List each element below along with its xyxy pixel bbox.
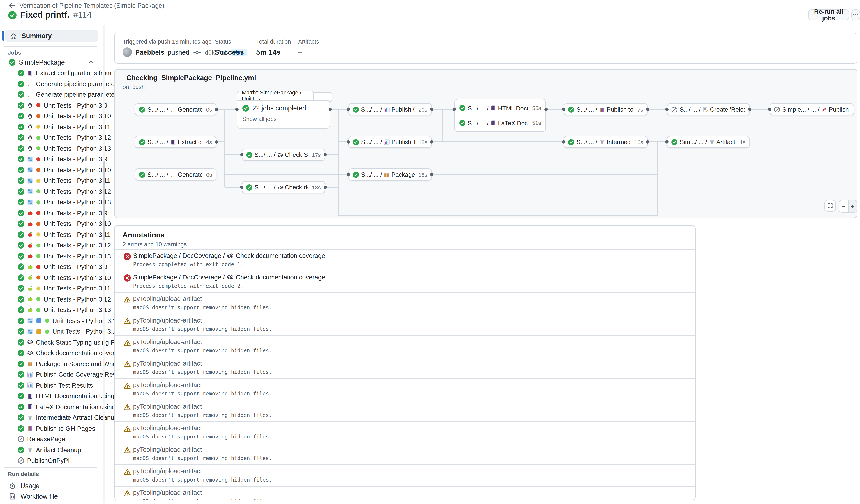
graph-node[interactable]: S.../ ... / Check docume...18s <box>242 181 325 193</box>
graph-node[interactable]: S.../ ... / Generate pipelin...0s <box>135 103 216 115</box>
graph-node[interactable]: S.../ ... / Generate pipelin...0s <box>135 169 216 181</box>
annotation-title[interactable]: pyTooling/upload-artifact <box>133 468 202 474</box>
matrix-group-header[interactable]: Matrix: SimplePackage / UnitTest... <box>237 90 314 100</box>
graph-fullscreen-button[interactable] <box>824 200 836 212</box>
actor-name[interactable]: Paebbels <box>135 48 164 56</box>
sidebar-job-item[interactable]: Check Static Typing using Pyt... <box>0 337 103 348</box>
sidebar-scrollbar[interactable] <box>103 25 105 503</box>
graph-node[interactable]: Simple... / ... / Publish to PyPI <box>770 103 854 115</box>
kebab-menu-button[interactable] <box>851 10 860 20</box>
check-success-icon <box>18 177 24 184</box>
annotation-title[interactable]: pyTooling/upload-artifact <box>133 339 202 345</box>
back-arrow-icon[interactable] <box>9 2 15 9</box>
sidebar-job-item[interactable]: Intermediate Artifact Cleanup <box>0 412 103 423</box>
sidebar-job-item[interactable]: Unit Tests - Python 3.12 <box>0 240 103 251</box>
check-success-icon <box>139 139 145 145</box>
sidebar-job-item[interactable]: HTML Documentation using ... <box>0 391 103 402</box>
sidebar-job-item[interactable]: Unit Tests - Python 3.10 <box>0 272 103 283</box>
scrollbar-thumb[interactable] <box>103 161 105 240</box>
check-success-icon <box>18 231 24 238</box>
sidebar-job-item[interactable]: LaTeX Documentation using ... <box>0 402 103 412</box>
graph-node[interactable]: S.../ ... / HTML Docume...55s <box>459 105 541 111</box>
sidebar-job-item[interactable]: Unit Tests - Python 3.9 <box>0 154 103 165</box>
graph-node[interactable]: S.../ ... / LaTeX Docume...51s <box>459 120 541 126</box>
edge-connector-dot <box>430 140 433 144</box>
job-label: Unit Tests - Python 3.12 <box>44 296 111 302</box>
sidebar-job-item[interactable]: Generate pipeline parameters <box>0 89 103 100</box>
sidebar-job-item[interactable]: Artifact Cleanup <box>0 445 103 456</box>
sidebar-job-item[interactable]: Unit Tests - Python 3.11 <box>0 121 103 132</box>
warning-icon <box>124 296 131 303</box>
graph-node[interactable]: S.../ ... / Publish Test Re...13s <box>348 136 432 148</box>
annotation-title[interactable]: pyTooling/upload-artifact <box>133 446 202 453</box>
graph-node[interactable]: Sim.../ ... / Artifact Cleanup4s <box>667 136 750 148</box>
sidebar-job-item[interactable]: Unit Tests - Python 3.9 <box>0 262 103 272</box>
graph-node[interactable]: S.../ ... / Check Static Ty...17s <box>242 148 325 161</box>
zoom-out-button[interactable]: − <box>839 200 848 212</box>
sidebar-item-summary[interactable]: Summary <box>5 30 98 42</box>
annotation-title[interactable]: pyTooling/upload-artifact <box>133 360 202 367</box>
annotation-title[interactable]: SimplePackage / DocCoverage / Check docu… <box>133 253 325 259</box>
rerun-all-jobs-button[interactable]: Re-run all jobs <box>808 10 849 20</box>
sidebar-job-item[interactable]: Unit Tests - Python 3.10 <box>0 218 103 229</box>
matrix-group-node[interactable]: 22 jobs completed Show all jobs <box>237 100 330 129</box>
sidebar-job-item[interactable]: Unit Tests - Python 3.13 <box>0 197 103 208</box>
sidebar-job-item[interactable]: Unit Tests - Python 3.9 <box>0 100 103 111</box>
sidebar-job-item[interactable]: Unit Tests - Python 3.10 <box>0 164 103 175</box>
trash-icon <box>709 139 715 145</box>
sidebar-job-item[interactable]: Unit Tests - Python 3.11 <box>0 283 103 294</box>
sidebar-job-item[interactable]: Unit Tests - Python 3.10 <box>0 111 103 122</box>
graph-node[interactable]: S.../ ... / Package in Sou...18s <box>348 169 432 181</box>
sidebar-job-item[interactable]: Unit Tests - Python 3.12 <box>0 132 103 143</box>
avatar[interactable] <box>123 47 132 57</box>
sidebar-job-item[interactable]: Extract configurations from p... <box>0 68 103 78</box>
sidebar-job-item[interactable]: Unit Tests - Python 3.12 <box>0 315 103 326</box>
sidebar-group-simplepackage[interactable]: SimplePackage <box>4 57 98 67</box>
graph-node[interactable]: S.../ ... / Extract configur...4s <box>135 136 216 148</box>
sidebar-job-item[interactable]: ReleasePage <box>0 434 103 445</box>
sidebar-job-item[interactable]: Unit Tests - Python 3.12 <box>0 186 103 197</box>
zoom-in-button[interactable]: + <box>848 200 857 212</box>
breadcrumb-workflow-name[interactable]: Verification of Pipeline Templates (Simp… <box>19 2 164 9</box>
annotation-title[interactable]: pyTooling/upload-artifact <box>133 489 202 496</box>
documentation-group-node[interactable]: S.../ ... / HTML Docume...55sS.../ ... /… <box>454 99 546 132</box>
sidebar-job-item[interactable]: Unit Tests - Python 3.12 <box>0 294 103 305</box>
graph-node[interactable]: S.../ ... / Create 'Release Pa... <box>667 103 750 115</box>
sidebar-job-item[interactable]: PublishOnPyPI <box>0 456 103 466</box>
dot-green-icon <box>45 329 50 334</box>
sidebar-job-item[interactable]: Publish Code Coverage Results <box>0 369 103 380</box>
annotation-title[interactable]: SimplePackage / DocCoverage / Check docu… <box>133 274 325 280</box>
chevron-up-icon[interactable] <box>88 59 94 65</box>
annotation-title[interactable]: pyTooling/upload-artifact <box>133 403 202 410</box>
sidebar-job-item[interactable]: Unit Tests - Python 3.13 <box>0 305 103 316</box>
sidebar-job-item[interactable]: Unit Tests - Python 3.13 <box>0 143 103 154</box>
sidebar-item-workflow-file[interactable]: Workflow file <box>4 491 98 501</box>
graph-node[interactable]: S.../ ... / Publish to GH-P...7s <box>564 103 648 115</box>
check-success-icon <box>18 113 24 119</box>
eyes-icon <box>227 274 234 280</box>
annotation-message: macOS doesn't support removing hidden fi… <box>133 477 272 483</box>
sidebar-job-item[interactable]: Check documentation covera... <box>0 348 103 359</box>
sidebar-job-item[interactable]: Generate pipeline parameters <box>0 78 103 89</box>
annotation-title[interactable]: pyTooling/upload-artifact <box>133 381 202 388</box>
graph-node[interactable]: S.../ ... / Publish Code C...20s <box>348 103 432 115</box>
sidebar-job-item[interactable]: Unit Tests - Python 3.13 <box>0 251 103 262</box>
job-label: Generate pipeline parameters <box>36 81 120 87</box>
annotation-message: macOS doesn't support removing hidden fi… <box>133 455 272 461</box>
sidebar-job-item[interactable]: Unit Tests - Python 3.11 <box>0 175 103 186</box>
graph-node[interactable]: S.../ ... / Intermediate A...16s <box>564 136 648 148</box>
sidebar-job-item[interactable]: Unit Tests - Python 3.9 <box>0 207 103 218</box>
sidebar-job-item[interactable]: Unit Tests - Python 3.11 <box>0 229 103 240</box>
sidebar-job-item[interactable]: Publish Test Results <box>0 380 103 391</box>
sidebar-item-usage[interactable]: Usage <box>4 480 98 491</box>
annotation-title[interactable]: pyTooling/upload-artifact <box>133 424 202 431</box>
annotation-title[interactable]: pyTooling/upload-artifact <box>133 296 202 302</box>
sidebar-job-item[interactable]: Publish to GH-Pages <box>0 423 103 434</box>
sidebar-job-item[interactable]: Unit Tests - Python 3.12 <box>0 326 103 337</box>
sidebar-job-item[interactable]: Package in Source and Wheel... <box>0 358 103 369</box>
show-all-jobs-link[interactable]: Show all jobs <box>242 115 325 122</box>
check-success-icon <box>18 350 24 356</box>
duration-value: 5m 14s <box>256 48 291 56</box>
artifacts-value: – <box>298 48 319 56</box>
annotation-title[interactable]: pyTooling/upload-artifact <box>133 317 202 323</box>
